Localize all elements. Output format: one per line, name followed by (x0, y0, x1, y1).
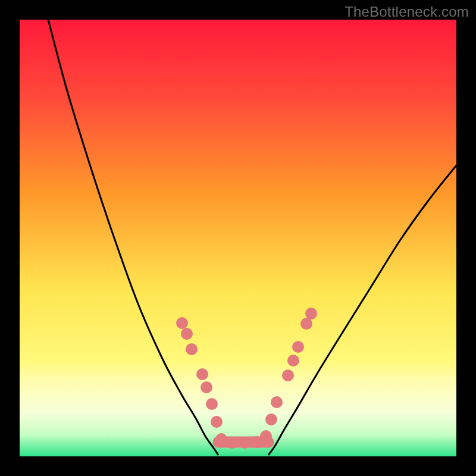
right-curve (268, 165, 456, 455)
data-marker (287, 355, 299, 367)
data-marker (176, 317, 188, 329)
data-marker (226, 437, 238, 449)
data-marker (211, 416, 223, 428)
chart-frame (20, 20, 456, 456)
data-marker (186, 343, 198, 355)
data-marker (300, 318, 312, 330)
data-marker (196, 368, 208, 380)
left-curve (48, 20, 218, 455)
data-marker (181, 328, 193, 340)
marker-group (176, 308, 317, 449)
chart-svg (20, 20, 456, 456)
data-marker (292, 341, 304, 353)
data-marker (206, 398, 218, 410)
watermark-text: TheBottleneck.com (345, 4, 469, 20)
data-marker (271, 396, 283, 408)
data-marker (201, 381, 212, 393)
data-marker (260, 430, 272, 442)
data-marker (215, 433, 227, 445)
data-marker (239, 437, 250, 449)
data-marker (305, 308, 317, 320)
data-marker (282, 369, 294, 381)
data-marker (265, 414, 277, 425)
